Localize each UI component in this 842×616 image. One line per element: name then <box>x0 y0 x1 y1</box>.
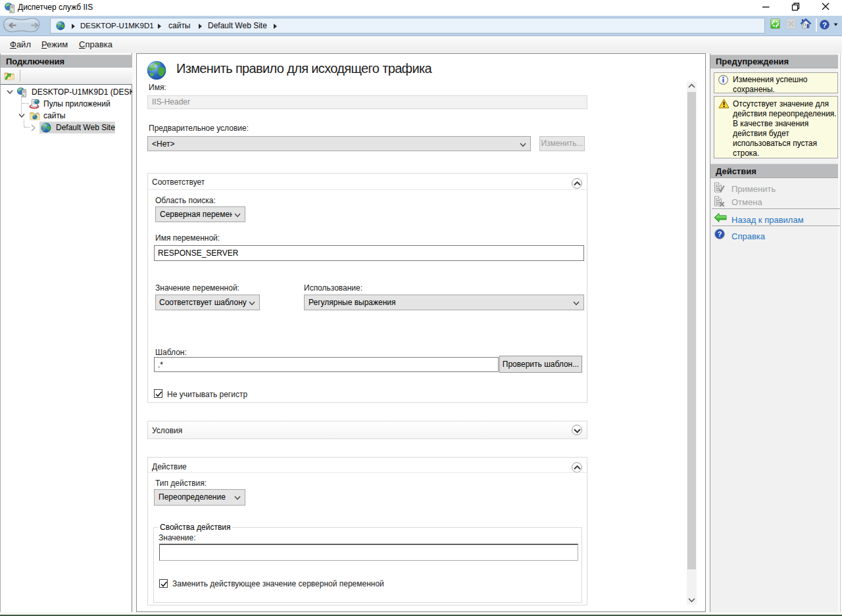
svg-text:?: ? <box>718 230 722 238</box>
svg-text:?: ? <box>822 21 827 29</box>
